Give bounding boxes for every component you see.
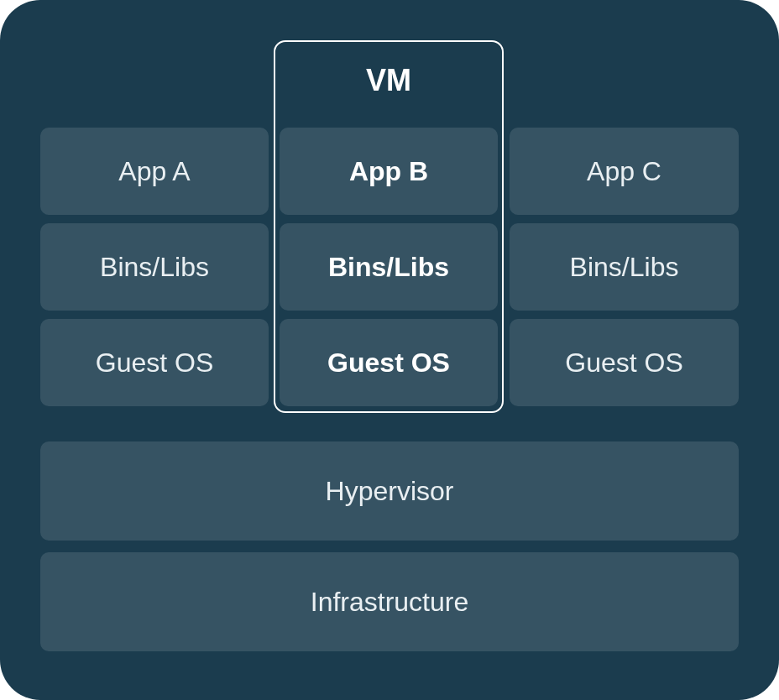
app-c-cell: App C — [510, 128, 739, 215]
os-b-cell: Guest OS — [280, 319, 498, 406]
app-a-cell: App A — [40, 128, 269, 215]
bins-a-cell: Bins/Libs — [40, 223, 269, 311]
infrastructure-cell: Infrastructure — [40, 552, 739, 651]
bins-c-cell: Bins/Libs — [510, 223, 739, 311]
vm-diagram: VM App A App B App C Bins/Libs Bins/Libs… — [0, 0, 779, 700]
app-b-cell: App B — [280, 128, 498, 215]
diagram-inner: VM App A App B App C Bins/Libs Bins/Libs… — [40, 40, 739, 660]
hypervisor-cell: Hypervisor — [40, 441, 739, 541]
vm-label: VM — [274, 40, 504, 121]
os-a-cell: Guest OS — [40, 319, 269, 406]
os-c-cell: Guest OS — [510, 319, 739, 406]
bins-b-cell: Bins/Libs — [280, 223, 498, 311]
